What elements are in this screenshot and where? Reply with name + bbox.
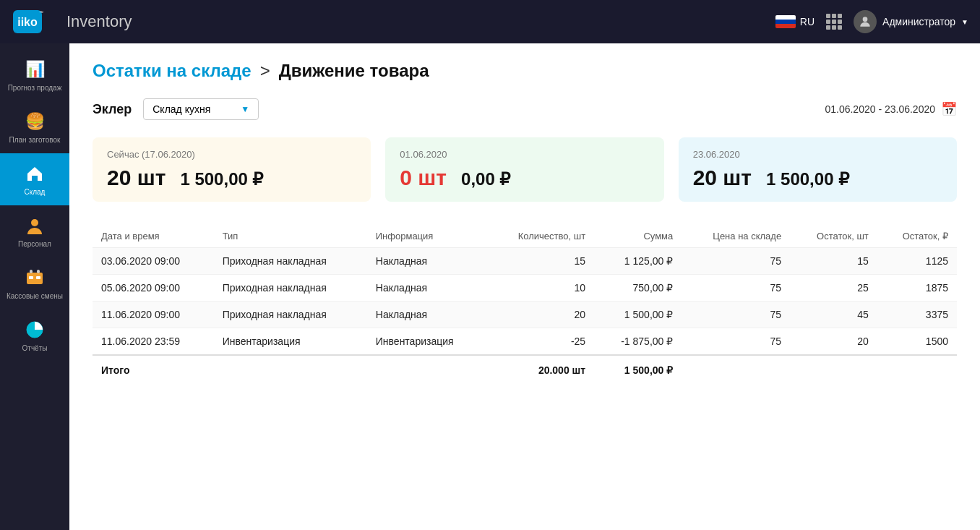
main-layout: 📊 Прогноз продаж 🍔 План заготовок Склад xyxy=(0,43,980,530)
cell-datetime: 03.06.2020 09:00 xyxy=(93,248,214,275)
cell-info: Инвентаризация xyxy=(367,328,487,356)
warehouse-label: Склад кухня xyxy=(152,103,210,115)
table-row: 03.06.2020 09:00 Приходная накладная Нак… xyxy=(93,248,957,275)
top-nav: iiko ™ Inventory RU Администратор ▼ xyxy=(0,0,980,43)
shifts-icon xyxy=(23,266,46,289)
cell-datetime: 11.06.2020 09:00 xyxy=(93,302,214,328)
sidebar-item-staff[interactable]: Персонал xyxy=(0,205,69,257)
reports-icon xyxy=(23,318,46,341)
product-name: Эклер xyxy=(93,102,132,117)
cell-price: 75 xyxy=(682,328,790,356)
svg-point-5 xyxy=(31,219,38,226)
nav-title: Inventory xyxy=(66,12,132,31)
forecast-icon: 📊 xyxy=(23,58,46,81)
card-amount-start: 0,00 ₽ xyxy=(461,169,510,189)
card-amount-now: 1 500,00 ₽ xyxy=(180,169,263,189)
user-menu[interactable]: Администратор ▼ xyxy=(854,10,968,33)
summary-card-start: 01.06.2020 0 шт 0,00 ₽ xyxy=(385,137,663,202)
staff-icon xyxy=(23,214,46,237)
sidebar-item-reports[interactable]: Отчёты xyxy=(0,309,69,362)
nav-right: RU Администратор ▼ xyxy=(775,10,968,33)
table-header: Дата и время Тип Информация Количество, … xyxy=(93,225,957,248)
svg-rect-7 xyxy=(30,270,33,273)
card-values-start: 0 шт 0,00 ₽ xyxy=(400,166,649,190)
sidebar-label-shifts: Кассовые смены xyxy=(7,292,63,301)
card-date-start: 01.06.2020 xyxy=(400,149,649,160)
cell-price: 75 xyxy=(682,248,790,275)
sidebar-item-shifts[interactable]: Кассовые смены xyxy=(0,257,69,309)
logo-box: iiko ™ xyxy=(12,6,43,38)
card-date-now: Сейчас (17.06.2020) xyxy=(107,149,356,160)
cell-info: Накладная xyxy=(367,248,487,275)
svg-text:™: ™ xyxy=(39,10,43,15)
cell-sum: 750,00 ₽ xyxy=(594,275,682,302)
summary-cards: Сейчас (17.06.2020) 20 шт 1 500,00 ₽ 01.… xyxy=(93,137,957,202)
card-values-now: 20 шт 1 500,00 ₽ xyxy=(107,166,356,190)
sidebar-label-staff: Персонал xyxy=(18,240,51,249)
movements-table: Дата и время Тип Информация Количество, … xyxy=(93,225,957,385)
summary-card-end: 23.06.2020 20 шт 1 500,00 ₽ xyxy=(679,137,957,202)
sidebar-label-forecast: Прогноз продаж xyxy=(8,84,62,93)
date-range-text: 01.06.2020 - 23.06.2020 xyxy=(825,103,935,115)
lang-label: RU xyxy=(800,16,814,27)
cell-qty: 15 xyxy=(487,248,594,275)
lang-selector[interactable]: RU xyxy=(775,15,814,28)
table-row: 11.06.2020 09:00 Приходная накладная Нак… xyxy=(93,302,957,328)
breadcrumb-current: Движение товара xyxy=(279,61,429,81)
flag-ru xyxy=(775,15,796,28)
svg-rect-9 xyxy=(29,276,33,279)
card-values-end: 20 шт 1 500,00 ₽ xyxy=(693,166,942,190)
cell-price: 75 xyxy=(682,302,790,328)
col-price: Цена на складе xyxy=(682,225,790,248)
svg-rect-8 xyxy=(37,270,40,273)
sidebar-item-warehouse[interactable]: Склад xyxy=(0,153,69,205)
cell-type: Инвентаризация xyxy=(214,328,367,356)
cell-qty: 10 xyxy=(487,275,594,302)
col-qty: Количество, шт xyxy=(487,225,594,248)
sidebar-label-warehouse: Склад xyxy=(25,188,46,197)
sidebar-item-prep[interactable]: 🍔 План заготовок xyxy=(0,101,69,153)
footer-label: Итого xyxy=(93,355,487,385)
logo-area: iiko ™ Inventory xyxy=(12,6,132,38)
warehouse-select[interactable]: Склад кухня ▼ xyxy=(143,98,259,120)
cell-remainder-rub: 3375 xyxy=(877,302,957,328)
cell-remainder-qty: 15 xyxy=(790,248,877,275)
user-name: Администратор xyxy=(882,16,955,27)
cell-datetime: 11.06.2020 23:59 xyxy=(93,328,214,356)
cell-remainder-qty: 45 xyxy=(790,302,877,328)
cell-type: Приходная накладная xyxy=(214,275,367,302)
filter-row: Эклер Склад кухня ▼ 01.06.2020 - 23.06.2… xyxy=(93,98,957,120)
breadcrumb-separator: > xyxy=(260,61,270,81)
table-body: 03.06.2020 09:00 Приходная накладная Нак… xyxy=(93,248,957,356)
apps-icon[interactable] xyxy=(826,14,842,30)
cell-remainder-qty: 20 xyxy=(790,328,877,356)
cell-price: 75 xyxy=(682,275,790,302)
cell-qty: 20 xyxy=(487,302,594,328)
cell-info: Накладная xyxy=(367,302,487,328)
card-amount-end: 1 500,00 ₽ xyxy=(766,169,849,189)
col-info: Информация xyxy=(367,225,487,248)
svg-rect-10 xyxy=(36,276,40,279)
card-qty-now: 20 шт xyxy=(107,166,166,190)
cell-remainder-qty: 25 xyxy=(790,275,877,302)
card-date-end: 23.06.2020 xyxy=(693,149,942,160)
cell-info: Накладная xyxy=(367,275,487,302)
sidebar-item-forecast[interactable]: 📊 Прогноз продаж xyxy=(0,49,69,101)
table-row: 05.06.2020 09:00 Приходная накладная Нак… xyxy=(93,275,957,302)
svg-rect-4 xyxy=(32,176,38,181)
calendar-icon[interactable]: 📅 xyxy=(941,101,957,117)
card-qty-start: 0 шт xyxy=(400,166,447,190)
breadcrumb-link[interactable]: Остатки на складе xyxy=(93,61,252,81)
card-qty-end: 20 шт xyxy=(693,166,752,190)
svg-point-3 xyxy=(863,17,868,22)
chevron-down-icon: ▼ xyxy=(961,18,968,26)
cell-sum: 1 125,00 ₽ xyxy=(594,248,682,275)
cell-type: Приходная накладная xyxy=(214,248,367,275)
col-sum: Сумма xyxy=(594,225,682,248)
col-remainder-qty: Остаток, шт xyxy=(790,225,877,248)
sidebar-label-reports: Отчёты xyxy=(22,344,48,353)
col-datetime: Дата и время xyxy=(93,225,214,248)
cell-remainder-rub: 1125 xyxy=(877,248,957,275)
footer-total-sum: 1 500,00 ₽ xyxy=(594,355,682,385)
cell-type: Приходная накладная xyxy=(214,302,367,328)
